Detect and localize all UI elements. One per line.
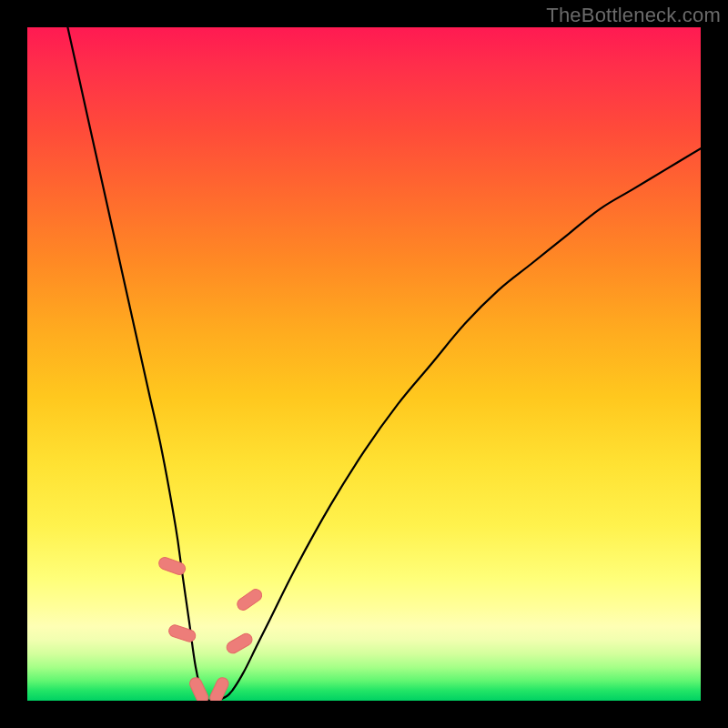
curve-marker-1 bbox=[167, 623, 197, 643]
curve-marker-2 bbox=[187, 676, 209, 701]
bottleneck-curve-path bbox=[67, 27, 701, 701]
plot-area bbox=[27, 27, 701, 701]
curve-marker-4 bbox=[225, 632, 254, 655]
marker-group bbox=[157, 556, 264, 701]
chart-frame: TheBottleneck.com bbox=[0, 0, 728, 728]
watermark-text: TheBottleneck.com bbox=[546, 4, 721, 27]
curve-marker-5 bbox=[235, 587, 264, 612]
bottleneck-curve-svg bbox=[27, 27, 701, 701]
curve-marker-0 bbox=[157, 556, 187, 576]
